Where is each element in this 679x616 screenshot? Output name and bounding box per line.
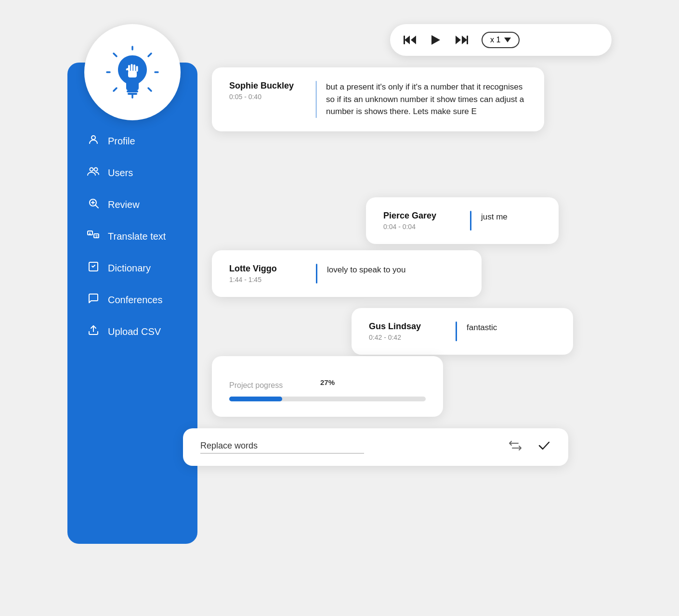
sidebar-item-users[interactable]: Users	[67, 157, 197, 189]
progress-card: Project pogress 27%	[212, 356, 443, 417]
sidebar-item-translate[interactable]: A 文 Translate text	[67, 220, 197, 252]
progress-label: Project pogress	[229, 381, 283, 390]
transcript-card-lotte: Lotte Viggo 1:44 - 1:45 lovely to speak …	[212, 250, 482, 297]
svg-rect-35	[467, 36, 468, 44]
svg-marker-34	[462, 36, 467, 44]
svg-text:A: A	[89, 232, 91, 235]
users-label: Users	[108, 167, 133, 179]
transcript-text-sophie: but a present it's only if it's a number…	[326, 81, 527, 118]
replace-words-card: Replace words	[183, 428, 568, 466]
transcript-text-lotte: lovely to speak to you	[327, 264, 405, 276]
upload-icon	[87, 324, 100, 339]
svg-rect-10	[128, 71, 137, 77]
sidebar: Profile Users	[67, 63, 197, 544]
profile-icon	[87, 134, 100, 148]
svg-marker-33	[456, 36, 461, 44]
svg-text:文: 文	[95, 234, 98, 238]
play-button[interactable]	[431, 34, 441, 46]
speaker-time-pierce: 0:04 - 0:04	[383, 223, 460, 231]
svg-point-17	[90, 168, 93, 171]
speaker-info-sophie: Sophie Buckley 0:05 - 0:40	[229, 81, 306, 101]
replace-icon	[509, 440, 522, 454]
speaker-name-sophie: Sophie Buckley	[229, 81, 306, 91]
transcript-text-pierce: just me	[481, 211, 508, 223]
check-icon	[537, 440, 551, 454]
card-divider-gus	[456, 321, 457, 341]
card-divider-sophie	[316, 81, 316, 118]
replace-words-text: Replace words	[200, 441, 258, 450]
dictionary-label: Dictionary	[108, 263, 151, 274]
svg-rect-9	[128, 93, 137, 95]
svg-marker-30	[411, 36, 416, 44]
upload-label: Upload CSV	[108, 326, 161, 337]
sidebar-item-review[interactable]: Review	[67, 189, 197, 220]
card-divider-pierce	[470, 211, 471, 231]
sidebar-item-upload[interactable]: Upload CSV	[67, 316, 197, 347]
svg-rect-13	[133, 64, 135, 72]
svg-marker-32	[431, 35, 440, 45]
speaker-time-gus: 0:42 - 0:42	[369, 334, 446, 341]
speed-button[interactable]: x 1	[482, 32, 520, 48]
sidebar-item-conferences[interactable]: Conferences	[67, 284, 197, 316]
sidebar-item-dictionary[interactable]: Dictionary	[67, 252, 197, 284]
svg-point-16	[91, 136, 95, 140]
profile-label: Profile	[108, 136, 135, 147]
sidebar-item-profile[interactable]: Profile	[67, 125, 197, 157]
progress-bar-background	[229, 397, 426, 401]
svg-marker-36	[504, 38, 511, 42]
svg-line-4	[148, 53, 151, 56]
logo-icon	[106, 46, 159, 99]
logo-circle	[84, 24, 181, 120]
svg-line-7	[148, 88, 151, 91]
speaker-time-lotte: 1:44 - 1:45	[229, 276, 306, 283]
svg-rect-8	[127, 90, 138, 92]
conferences-label: Conferences	[108, 295, 162, 306]
users-icon	[87, 166, 100, 180]
rewind-button[interactable]	[404, 35, 417, 45]
transcript-card-gus: Gus Lindsay 0:42 - 0:42 fantastic	[352, 308, 573, 355]
speaker-info-lotte: Lotte Viggo 1:44 - 1:45	[229, 264, 306, 283]
conferences-icon	[87, 293, 100, 307]
transcript-text-gus: fantastic	[467, 321, 497, 334]
transcript-card-pierce: Pierce Garey 0:04 - 0:04 just me	[366, 197, 559, 244]
svg-line-20	[96, 205, 99, 208]
replace-words-underline	[200, 453, 364, 454]
media-player: x 1	[390, 24, 612, 56]
speaker-info-pierce: Pierce Garey 0:04 - 0:04	[383, 211, 460, 231]
svg-marker-29	[405, 36, 410, 44]
translate-icon: A 文	[87, 229, 100, 244]
svg-line-3	[114, 53, 117, 56]
translate-label: Translate text	[108, 231, 166, 242]
svg-rect-12	[131, 64, 133, 72]
speaker-info-gus: Gus Lindsay 0:42 - 0:42	[369, 321, 446, 341]
svg-rect-14	[136, 66, 138, 72]
svg-point-18	[94, 168, 98, 171]
transcript-card-sophie: Sophie Buckley 0:05 - 0:40 but a present…	[212, 67, 544, 131]
speaker-time-sophie: 0:05 - 0:40	[229, 93, 306, 101]
progress-bar-fill	[229, 397, 282, 401]
svg-line-5	[114, 88, 117, 91]
card-divider-lotte	[316, 264, 317, 283]
review-icon	[87, 197, 100, 212]
fast-forward-button[interactable]	[455, 35, 468, 45]
dictionary-icon	[87, 261, 100, 275]
review-label: Review	[108, 199, 140, 210]
speaker-name-gus: Gus Lindsay	[369, 321, 446, 332]
svg-rect-31	[404, 36, 405, 44]
speaker-name-pierce: Pierce Garey	[383, 211, 460, 221]
progress-percent-label: 27%	[320, 378, 335, 386]
speaker-name-lotte: Lotte Viggo	[229, 264, 306, 274]
speed-label: x 1	[490, 36, 500, 44]
